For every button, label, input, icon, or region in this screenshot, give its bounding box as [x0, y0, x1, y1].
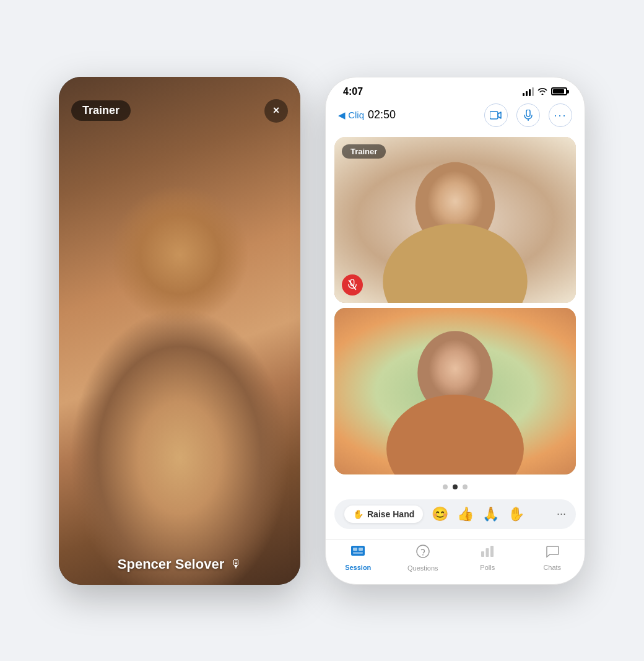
status-time: 4:07 — [343, 86, 363, 97]
bottom-nav: Session Questions — [326, 539, 585, 584]
participant-video-panel — [334, 308, 576, 475]
trainer-video-label: Trainer — [342, 144, 386, 159]
polls-label: Polls — [480, 564, 495, 571]
left-video-card: Trainer × Spencer Selover 🎙 — [59, 77, 300, 585]
session-icon — [350, 545, 365, 561]
person-silhouette — [59, 77, 300, 585]
trainer-video-feed — [334, 137, 576, 304]
svg-rect-14 — [353, 552, 363, 554]
questions-icon — [416, 545, 430, 562]
page-dot-3[interactable] — [463, 484, 468, 489]
video-panels: Trainer — [326, 132, 585, 479]
right-phone: 4:07 ◀ Cliq 02:50 — [325, 77, 585, 585]
close-button[interactable]: × — [264, 99, 288, 123]
trainer-badge: Trainer — [71, 100, 131, 121]
nav-item-questions[interactable]: Questions — [391, 545, 456, 572]
call-timer: 02:50 — [368, 108, 481, 121]
emoji-smile[interactable]: 😊 — [432, 506, 448, 522]
emoji-thumbsup[interactable]: 👍 — [457, 506, 474, 522]
nav-item-session[interactable]: Session — [326, 545, 391, 571]
svg-rect-18 — [490, 546, 494, 557]
chats-label: Chats — [543, 564, 561, 571]
emoji-hand[interactable]: ✋ — [508, 506, 524, 522]
session-label: Session — [345, 564, 371, 571]
svg-rect-16 — [481, 551, 484, 557]
status-icons — [523, 87, 567, 97]
nav-item-chats[interactable]: Chats — [520, 545, 585, 571]
video-call-button[interactable] — [484, 103, 508, 127]
raise-hand-icon: ✋ — [353, 509, 363, 519]
mic-button[interactable] — [516, 103, 540, 127]
page-dot-1[interactable] — [443, 484, 448, 489]
svg-rect-13 — [359, 548, 363, 551]
mute-badge — [342, 274, 363, 295]
signal-bars-icon — [523, 87, 534, 96]
back-button[interactable]: ◀ Cliq — [338, 110, 364, 121]
emoji-more-button[interactable]: ··· — [557, 507, 566, 520]
raise-hand-label: Raise Hand — [367, 509, 414, 519]
phone-nav-bar: ◀ Cliq 02:50 ··· — [326, 101, 585, 132]
person-name: Spencer Selover — [118, 556, 224, 572]
svg-rect-1 — [526, 110, 530, 116]
bottom-bar: Spencer Selover 🎙 — [59, 556, 300, 572]
scene: Trainer × Spencer Selover 🎙 4:07 — [59, 77, 585, 585]
polls-icon — [481, 545, 494, 561]
video-background — [59, 77, 300, 585]
mic-icon: 🎙 — [230, 558, 242, 571]
emoji-bar: ✋ Raise Hand 😊 👍 🙏 ✋ ··· — [326, 494, 585, 539]
svg-point-15 — [417, 545, 429, 558]
emoji-row: ✋ Raise Hand 😊 👍 🙏 ✋ ··· — [334, 499, 576, 529]
wifi-icon — [537, 87, 547, 97]
status-bar: 4:07 — [326, 77, 585, 101]
participant-video-feed — [334, 308, 576, 475]
trainer-video-panel: Trainer — [334, 137, 576, 304]
questions-label: Questions — [407, 564, 438, 572]
svg-rect-0 — [490, 112, 498, 119]
top-bar: Trainer × — [59, 89, 300, 133]
svg-rect-12 — [353, 548, 357, 551]
svg-rect-11 — [351, 546, 365, 556]
raise-hand-button[interactable]: ✋ Raise Hand — [344, 506, 423, 523]
more-options-button[interactable]: ··· — [549, 103, 572, 127]
chats-icon — [546, 545, 559, 561]
page-dot-2[interactable] — [453, 484, 458, 489]
battery-icon — [551, 87, 567, 95]
svg-rect-17 — [486, 548, 489, 557]
emoji-pray[interactable]: 🙏 — [482, 506, 499, 522]
call-actions: ··· — [484, 103, 572, 127]
nav-item-polls[interactable]: Polls — [455, 545, 520, 571]
page-dots — [326, 479, 585, 494]
